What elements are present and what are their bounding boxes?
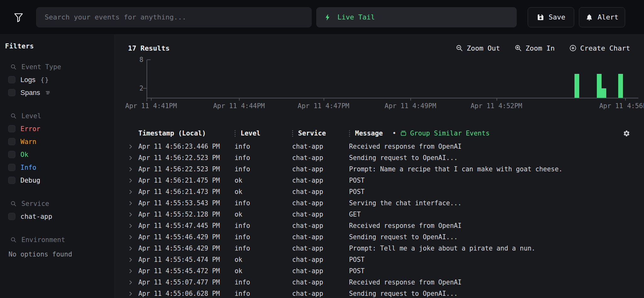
chevron-right-icon bbox=[128, 280, 133, 285]
filter-search[interactable]: Environment bbox=[10, 236, 114, 244]
message-separator: • bbox=[392, 130, 397, 137]
row-expand-chevron[interactable] bbox=[128, 223, 138, 229]
search-input[interactable] bbox=[36, 7, 312, 27]
column-resize-handle[interactable] bbox=[235, 130, 236, 137]
row-expand-chevron[interactable] bbox=[128, 178, 138, 183]
save-button[interactable]: Save bbox=[528, 7, 574, 27]
table-row[interactable]: Apr 11 4:55:53.543 PM info chat-app Serv… bbox=[128, 197, 630, 209]
alert-label: Alert bbox=[597, 13, 618, 21]
table-row[interactable]: Apr 11 4:55:07.477 PM info chat-app Rece… bbox=[128, 277, 630, 288]
table-row[interactable]: Apr 11 4:56:23.446 PM info chat-app Rece… bbox=[128, 141, 630, 152]
cell-timestamp: Apr 11 4:55:45.472 PM bbox=[138, 267, 235, 275]
table-row[interactable]: Apr 11 4:56:21.475 PM ok chat-app POST bbox=[128, 175, 630, 186]
checkbox[interactable] bbox=[8, 138, 15, 145]
row-expand-chevron[interactable] bbox=[128, 268, 138, 274]
chevron-right-icon bbox=[128, 178, 133, 183]
cell-level: info bbox=[235, 279, 292, 286]
group-similar-button[interactable]: Group Similar Events bbox=[400, 130, 490, 137]
filter-option-logs[interactable]: Logs {} bbox=[8, 73, 114, 86]
cell-message: Sending request to OpenAI... bbox=[349, 154, 616, 162]
events-histogram: 82Apr 11 4:41PMApr 11 4:44PMApr 11 4:47P… bbox=[128, 60, 630, 113]
filter-option-debug[interactable]: Debug bbox=[8, 174, 114, 187]
zoom-out-button[interactable]: Zoom Out bbox=[456, 44, 500, 52]
row-expand-chevron[interactable] bbox=[128, 144, 138, 149]
checkbox[interactable] bbox=[8, 213, 15, 220]
row-expand-chevron[interactable] bbox=[128, 291, 138, 296]
events-table: Timestamp (Local) Level Service Message bbox=[128, 126, 630, 298]
table-row[interactable]: Apr 11 4:56:21.473 PM ok chat-app POST bbox=[128, 186, 630, 197]
table-row[interactable]: Apr 11 4:55:46.429 PM info chat-app Prom… bbox=[128, 243, 630, 254]
filter-option-label: Info bbox=[20, 164, 36, 171]
cell-service: chat-app bbox=[292, 222, 349, 229]
filter-option-warn[interactable]: Warn bbox=[8, 135, 114, 148]
table-row[interactable]: Apr 11 4:55:52.128 PM ok chat-app GET bbox=[128, 209, 630, 220]
x-tick bbox=[625, 98, 626, 101]
filters-toggle-button[interactable] bbox=[13, 11, 25, 23]
cell-service: chat-app bbox=[292, 233, 349, 241]
filter-option-label: Ok bbox=[20, 151, 28, 158]
table-row[interactable]: Apr 11 4:55:46.429 PM info chat-app Send… bbox=[128, 231, 630, 243]
filter-option-spans[interactable]: Spans bbox=[8, 86, 114, 99]
x-tick bbox=[410, 98, 411, 101]
row-expand-chevron[interactable] bbox=[128, 167, 138, 172]
row-expand-chevron[interactable] bbox=[128, 201, 138, 206]
alert-button[interactable]: Alert bbox=[579, 7, 625, 27]
checkbox[interactable] bbox=[8, 76, 15, 83]
chevron-right-icon bbox=[128, 246, 133, 251]
cell-message: Serving the chat interface... bbox=[349, 199, 616, 207]
table-row[interactable]: Apr 11 4:56:22.523 PM info chat-app Prom… bbox=[128, 163, 630, 175]
zoom-in-button[interactable]: Zoom In bbox=[514, 44, 555, 52]
cell-timestamp: Apr 11 4:55:07.477 PM bbox=[138, 279, 235, 286]
row-expand-chevron[interactable] bbox=[128, 280, 138, 285]
col-message: Message • Group Similar Events bbox=[349, 130, 616, 137]
filters-sidebar: Filters Event Type Logs {} Spans Level E… bbox=[0, 35, 115, 298]
filter-option-chat-app[interactable]: chat-app bbox=[8, 210, 114, 223]
checkbox[interactable] bbox=[8, 151, 15, 158]
row-expand-chevron[interactable] bbox=[128, 189, 138, 195]
filter-search[interactable]: Event Type bbox=[10, 63, 114, 71]
checkbox[interactable] bbox=[8, 125, 15, 132]
chevron-right-icon bbox=[128, 223, 133, 229]
chevron-right-icon bbox=[128, 235, 133, 240]
table-settings-button[interactable] bbox=[623, 130, 630, 137]
cell-level: info bbox=[235, 290, 292, 297]
filter-option-error[interactable]: Error bbox=[8, 122, 114, 135]
checkbox[interactable] bbox=[8, 164, 15, 171]
chevron-right-icon bbox=[128, 167, 133, 172]
braces-icon: {} bbox=[41, 76, 49, 84]
row-expand-chevron[interactable] bbox=[128, 212, 138, 217]
checkbox[interactable] bbox=[8, 177, 15, 184]
filter-search-placeholder: Environment bbox=[21, 236, 65, 244]
table-row[interactable]: Apr 11 4:55:45.474 PM ok chat-app POST bbox=[128, 254, 630, 265]
row-expand-chevron[interactable] bbox=[128, 246, 138, 251]
filter-search[interactable]: Service bbox=[10, 200, 114, 207]
cell-timestamp: Apr 11 4:55:47.445 PM bbox=[138, 222, 235, 229]
filter-option-info[interactable]: Info bbox=[8, 161, 114, 174]
row-expand-chevron[interactable] bbox=[128, 155, 138, 161]
filter-search[interactable]: Level bbox=[10, 112, 114, 120]
create-chart-button[interactable]: Create Chart bbox=[569, 44, 630, 52]
column-resize-handle[interactable] bbox=[292, 130, 293, 137]
group-stack-icon bbox=[400, 130, 407, 137]
cell-timestamp: Apr 11 4:55:45.474 PM bbox=[138, 256, 235, 263]
app: Live Tail Save Alert Filters Event Type … bbox=[0, 0, 644, 298]
row-expand-chevron[interactable] bbox=[128, 235, 138, 240]
row-expand-chevron[interactable] bbox=[128, 257, 138, 262]
filter-search-placeholder: Level bbox=[21, 112, 41, 120]
chevron-right-icon bbox=[128, 189, 133, 195]
table-row[interactable]: Apr 11 4:55:47.445 PM info chat-app Rece… bbox=[128, 220, 630, 231]
table-row[interactable]: Apr 11 4:56:22.523 PM info chat-app Send… bbox=[128, 152, 630, 163]
cell-level: ok bbox=[235, 256, 292, 263]
filter-option-ok[interactable]: Ok bbox=[8, 148, 114, 161]
live-tail-button[interactable]: Live Tail bbox=[316, 7, 517, 27]
bolt-icon bbox=[324, 14, 332, 21]
filter-section-environment: Environment No options found bbox=[0, 236, 114, 258]
column-resize-handle[interactable] bbox=[349, 130, 350, 137]
filter-section-level: Level Error Warn Ok Info Debug bbox=[0, 112, 114, 187]
table-row[interactable]: Apr 11 4:55:45.472 PM ok chat-app POST bbox=[128, 265, 630, 277]
search-icon bbox=[10, 64, 17, 70]
chart-plot[interactable]: 82Apr 11 4:41PMApr 11 4:44PMApr 11 4:47P… bbox=[147, 60, 638, 98]
checkbox[interactable] bbox=[8, 89, 15, 96]
table-row[interactable]: Apr 11 4:55:06.628 PM info chat-app Send… bbox=[128, 288, 630, 298]
results-bar: 17 Results Zoom Out Zoom In Create Chart bbox=[128, 42, 630, 54]
